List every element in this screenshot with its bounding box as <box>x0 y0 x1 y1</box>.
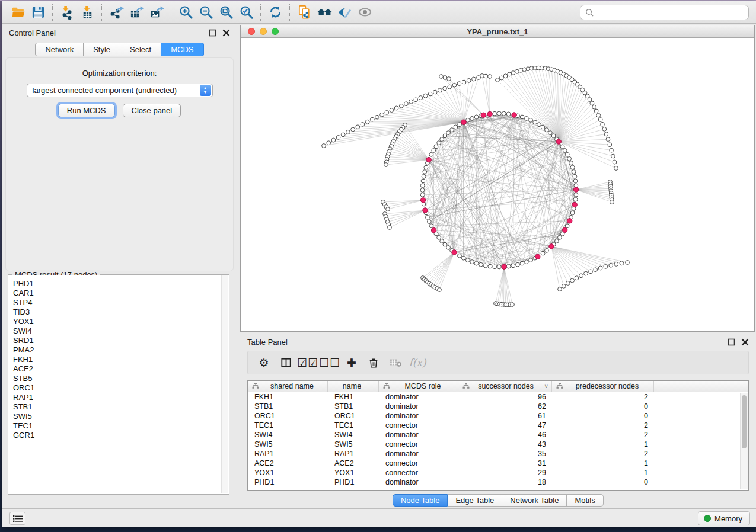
result-node-item[interactable]: PMA2 <box>13 345 221 355</box>
column-header-successor-nodes[interactable]: successor nodes˅ <box>458 381 552 392</box>
open-file-icon[interactable] <box>8 4 28 21</box>
deselect-all-icon[interactable]: ☐☐ <box>321 354 339 371</box>
settings-gear-icon[interactable]: ⚙ <box>255 354 273 371</box>
memory-status-icon <box>704 515 711 522</box>
result-node-item[interactable]: YOX1 <box>13 317 221 326</box>
save-session-icon[interactable] <box>28 4 48 21</box>
tab-style[interactable]: Style <box>84 43 120 56</box>
export-image-icon[interactable] <box>146 4 167 21</box>
table-row[interactable]: PHD1PHD1dominator180 <box>248 477 748 487</box>
table-row[interactable]: FKH1FKH1dominator962 <box>248 392 748 402</box>
table-row[interactable]: ORC1ORC1dominator610 <box>248 411 748 421</box>
result-node-item[interactable]: SWI5 <box>13 412 221 421</box>
tab-edge-table[interactable]: Edge Table <box>448 494 502 507</box>
cell: dominator <box>379 478 458 486</box>
import-network-icon[interactable] <box>57 4 77 21</box>
cell: connector <box>379 469 458 477</box>
column-header-name[interactable]: name <box>328 381 379 392</box>
cell: connector <box>379 440 458 448</box>
result-node-item[interactable]: SRD1 <box>13 336 221 345</box>
float-panel-icon[interactable] <box>209 29 216 37</box>
network-window-titlebar[interactable]: YPA_prune.txt_1 <box>241 25 754 38</box>
cell: STB1 <box>248 402 328 411</box>
cell: 47 <box>458 421 552 430</box>
network-canvas[interactable] <box>241 38 754 331</box>
table-header: shared namenameMCDS rolesuccessor nodes˅… <box>248 381 748 392</box>
tab-mcds[interactable]: MCDS <box>161 43 203 56</box>
result-node-item[interactable]: STB5 <box>13 374 221 383</box>
column-header-MCDS-role[interactable]: MCDS role <box>379 381 458 392</box>
cell: 96 <box>458 393 552 401</box>
cell: 0 <box>552 402 654 411</box>
table-tabs: Node TableEdge TableNetwork TableMotifs <box>240 494 756 507</box>
result-node-item[interactable]: PHD1 <box>13 279 221 289</box>
zoom-selected-icon[interactable] <box>236 4 256 21</box>
memory-button[interactable]: Memory <box>698 511 750 525</box>
show-all-icon[interactable] <box>355 4 375 21</box>
add-column-icon[interactable]: ✚ <box>343 354 361 371</box>
control-panel: Control Panel NetworkStyleSelectMCDS Opt… <box>2 24 237 508</box>
cell: dominator <box>379 450 458 458</box>
delete-column-icon[interactable] <box>365 354 382 371</box>
hide-selected-icon[interactable] <box>334 4 355 21</box>
show-panels-button[interactable] <box>9 512 25 525</box>
result-node-item[interactable]: TID3 <box>13 307 221 317</box>
table-row[interactable]: YOX1YOX1connector291 <box>248 468 748 477</box>
cell: TEC1 <box>328 421 379 430</box>
close-panel-icon[interactable] <box>741 338 749 346</box>
result-node-item[interactable]: GCR1 <box>13 431 221 440</box>
table-row[interactable]: TEC1TEC1connector472 <box>248 421 748 430</box>
cell: SWI4 <box>248 431 328 439</box>
zoom-fit-icon[interactable] <box>216 4 236 21</box>
column-type-icon <box>462 382 470 391</box>
result-node-item[interactable]: STP4 <box>13 298 221 307</box>
cell: 29 <box>458 469 552 477</box>
status-bar: Memory <box>2 508 756 527</box>
result-scrollbar[interactable] <box>221 275 228 493</box>
run-mcds-button[interactable]: Run MCDS <box>58 104 115 117</box>
close-panel-button[interactable]: Close panel <box>123 104 181 117</box>
optimization-criterion-select[interactable]: largest connected component (undirected)… <box>27 84 213 97</box>
tab-network[interactable]: Network <box>35 43 84 56</box>
result-node-item[interactable]: RAP1 <box>13 393 221 402</box>
search-box[interactable] <box>580 5 749 20</box>
float-panel-icon[interactable] <box>728 338 735 346</box>
search-input[interactable] <box>598 8 748 17</box>
control-panel-tabs: NetworkStyleSelectMCDS <box>2 43 237 56</box>
result-node-item[interactable]: FKH1 <box>13 355 221 364</box>
cell: 1 <box>552 459 654 467</box>
table-row[interactable]: STB1STB1dominator620 <box>248 402 748 411</box>
tab-network-table[interactable]: Network Table <box>502 494 567 507</box>
mcds-result-list[interactable]: PHD1CAR1STP4TID3YOX1SWI4SRD1PMA2FKH1ACE2… <box>9 275 221 493</box>
show-columns-icon[interactable] <box>277 354 295 371</box>
network-graph[interactable] <box>241 38 754 331</box>
clone-network-icon[interactable] <box>294 4 314 21</box>
result-node-item[interactable]: ORC1 <box>13 383 221 393</box>
first-neighbors-icon[interactable] <box>314 4 334 21</box>
select-all-icon[interactable]: ☑☑ <box>299 354 317 371</box>
scrollbar-thumb[interactable] <box>742 395 747 448</box>
column-header-shared-name[interactable]: shared name <box>248 381 328 392</box>
sort-chevron-icon[interactable]: ˅ <box>544 383 548 390</box>
result-node-item[interactable]: STB1 <box>13 402 221 412</box>
zoom-out-icon[interactable] <box>196 4 216 21</box>
import-table-icon[interactable] <box>77 4 97 21</box>
result-node-item[interactable]: ACE2 <box>13 364 221 374</box>
tab-node-table[interactable]: Node Table <box>393 494 448 507</box>
table-row[interactable]: ACE2ACE2connector311 <box>248 459 748 468</box>
tab-select[interactable]: Select <box>120 43 161 56</box>
result-node-item[interactable]: CAR1 <box>13 289 221 298</box>
table-row[interactable]: RAP1RAP1dominator352 <box>248 449 748 459</box>
table-scrollbar[interactable] <box>740 393 748 489</box>
column-header-predecessor-nodes[interactable]: predecessor nodes <box>552 381 654 392</box>
close-panel-icon[interactable] <box>222 29 230 37</box>
result-node-item[interactable]: SWI4 <box>13 326 221 336</box>
export-network-icon[interactable] <box>106 4 126 21</box>
zoom-in-icon[interactable] <box>176 4 196 21</box>
tab-motifs[interactable]: Motifs <box>567 494 604 507</box>
table-row[interactable]: SWI4SWI4dominator462 <box>248 430 748 440</box>
export-table-icon[interactable] <box>126 4 146 21</box>
table-row[interactable]: SWI5SWI5connector431 <box>248 440 748 449</box>
result-node-item[interactable]: TEC1 <box>13 421 221 431</box>
refresh-icon[interactable] <box>265 4 285 21</box>
